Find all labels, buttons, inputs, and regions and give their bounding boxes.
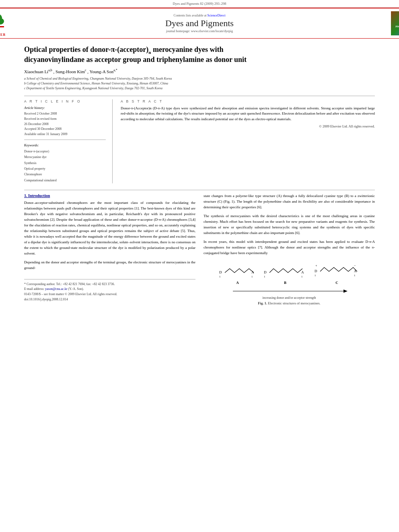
structure-B-svg: D 1 A 1 [263,265,307,281]
figure1-caption: Fig. 1. Electronic structures of merocya… [258,301,320,305]
svg-text:D: D [264,270,267,274]
sciencedirect-link[interactable]: ScienceDirect [208,14,226,17]
issn-line: 0143-7208/$ – see front matter © 2009 El… [24,292,195,297]
section1-right-para3: In recent years, this model with interde… [204,239,375,256]
body-right-column: state changes from a polyene-like type s… [204,193,375,305]
keyword-3: Synthesis [24,160,106,166]
elsevier-logo: ELSEVIER [0,10,12,37]
journal-ref-text: Dyes and Pigments 82 (2009) 293–298 [173,2,226,6]
svg-text:1: 1 [264,275,265,278]
svg-text:1: 1 [315,274,316,277]
affil-a: a School of Chemical and Biological Engi… [24,76,375,81]
abstract-label: A B S T R A C T [121,99,375,103]
elsevier-tree-icon [0,10,8,32]
abstract-text: Donor-π-(Acceptor)n (D-π-A) type dyes we… [121,106,375,122]
arrow-label-text: increasing donor and/or acceptor strengt… [229,296,350,300]
struct-A-label: A [236,281,239,285]
svg-text:D: D [315,269,317,273]
svg-text:−: − [354,264,356,267]
section1-para1: Donor–acceptor-substituted chromophores … [24,200,195,256]
author2-name: , Sung-Hoon Kim [53,69,85,74]
email-note: E-mail address: yason@cnu.ac.kr (Y.-A. S… [24,287,195,292]
svg-text:A: A [354,269,357,273]
main-content: Optical properties of donor-π-(acceptor)… [0,39,399,313]
divider-1 [24,96,375,96]
affil-c: c Department of Textile System Engineeri… [24,86,375,91]
abstract-copyright: © 2009 Elsevier Ltd. All rights reserved… [121,124,375,128]
author3-name: , Young-A Son [87,69,113,74]
arrow-svg [229,288,350,294]
divider-keywords [24,140,106,140]
struct-B-label: B [284,281,286,285]
affiliations: a School of Chemical and Biological Engi… [24,76,375,91]
svg-text:D: D [219,270,222,274]
doi-line: doi:10.1016/j.dyepig.2008.12.014 [24,297,195,302]
author1-name: Xiaochuan Li [24,69,48,74]
structure-C-svg: + D 1 A 1 − [314,263,360,281]
accepted-date: Accepted 30 December 2008 [24,127,106,132]
section1-right-para2: The synthesis of merocyanines with the d… [204,214,375,236]
authors-line: Xiaochuan Lia,b , Sung-Hoon Kimc , Young… [24,68,375,74]
article-info-label: A R T I C L E I N F O [24,99,106,103]
struct-A: D 1 A 1 A [218,265,257,285]
received-date: Received 2 October 2008 [24,111,106,117]
svg-point-4 [0,18,4,25]
section1-para2: Depending on the donor and acceptor stre… [24,260,195,271]
keyword-2: Merocyanine dye [24,154,106,160]
abstract-column: A B S T R A C T Donor-π-(Acceptor)n (D-π… [121,99,375,183]
svg-text:A: A [251,270,254,274]
svg-text:1: 1 [219,275,221,278]
received-revised-date: 26 December 2008 [24,122,106,127]
struct-B: D 1 A 1 B [263,265,307,285]
struct-C: + D 1 A 1 − C [314,263,360,285]
available-date: Available online 31 January 2009 [24,132,106,137]
arrow-container: increasing donor and/or acceptor strengt… [229,288,350,300]
struct-C-label: C [335,281,338,285]
elsevier-label: ELSEVIER [0,33,6,37]
svg-rect-0 [0,26,4,27]
email-link[interactable]: yason@cnu.ac.kr [45,287,67,291]
svg-text:1: 1 [354,274,356,277]
svg-text:A: A [301,270,304,274]
svg-text:1: 1 [301,275,303,278]
svg-marker-24 [343,290,348,293]
dyes-pigments-logo: DYESANDPIGMENTS [387,11,399,35]
article-title: Optical properties of donor-π-(acceptor)… [24,45,375,64]
corresponding-note: * Corresponding author. Tel.: +82 42 821… [24,282,195,287]
journal-header-band: ELSEVIER Contents lists available at Sci… [0,8,399,39]
journal-title: Dyes and Pigments [12,18,387,29]
figure-1-area: D 1 A 1 A D [204,263,375,305]
received-revised-label: Received in revised form [24,117,106,122]
article-info-abstract-section: A R T I C L E I N F O Article history: R… [24,99,375,183]
body-content: 1. Introduction Donor–acceptor-substitut… [24,193,375,305]
journal-homepage: journal homepage: www.elsevier.com/locat… [12,29,387,33]
keyword-5: Chromophore [24,172,106,177]
structure-A-svg: D 1 A 1 [218,265,257,281]
history-title: Article history: [24,106,106,110]
journal-ref-top: Dyes and Pigments 82 (2009) 293–298 [0,0,399,8]
contents-line: Contents lists available at ScienceDirec… [12,14,387,17]
keyword-6: Computational simulated [24,178,106,183]
keyword-4: Optical property [24,166,106,172]
keyword-1: Donor-π-(acceptor) [24,149,106,154]
svg-text:+: + [315,264,317,267]
figure-diagrams: D 1 A 1 A D [218,263,360,285]
header-center: Contents lists available at ScienceDirec… [12,14,387,33]
section1-right-para1: state changes from a polyene-like type s… [204,193,375,210]
page: Dyes and Pigments 82 (2009) 293–298 ELSE… [0,0,399,532]
affil-b: b College of Chemistry and Environmental… [24,81,375,86]
keywords-title: Keywords: [24,143,106,147]
footer-notes: * Corresponding author. Tel.: +82 42 821… [24,279,195,302]
svg-text:1: 1 [251,275,253,278]
article-info-column: A R T I C L E I N F O Article history: R… [24,99,113,183]
body-left-column: 1. Introduction Donor–acceptor-substitut… [24,193,195,305]
divider-2 [24,190,375,190]
section1-heading: 1. Introduction [24,193,195,198]
dyes-logo-image: DYESANDPIGMENTS [391,11,399,35]
